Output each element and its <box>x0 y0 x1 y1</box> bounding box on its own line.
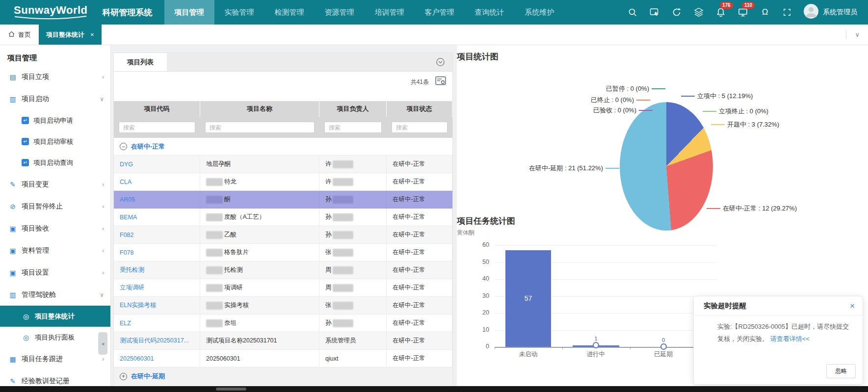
group-row-in-progress-normal[interactable]: −在研中-正常 <box>114 138 452 156</box>
nav-item-培训管理[interactable]: 培训管理 <box>365 0 415 25</box>
scrollbar-thumb[interactable] <box>216 388 246 391</box>
record-count: 共41条 <box>411 78 429 86</box>
table-row[interactable]: AR05酮孙在研中-正常 <box>114 191 452 209</box>
table-row[interactable]: 20250603012025060301qiuxt在研中-正常 <box>114 350 452 367</box>
close-icon[interactable]: × <box>850 302 855 310</box>
column-header-name[interactable]: 项目名称 <box>200 101 319 117</box>
search-input-code[interactable] <box>119 122 195 133</box>
project-code-link[interactable]: CLA <box>120 179 132 185</box>
table-row[interactable]: F078格鲁肽片张在研中-正常 <box>114 244 452 261</box>
view-details-link[interactable]: 请查看详情<< <box>770 335 810 342</box>
x-axis-label[interactable]: 已延期 <box>639 350 688 359</box>
column-header-code[interactable]: 项目代码 <box>114 101 200 117</box>
column-header-owner[interactable]: 项目负责人 <box>319 101 387 117</box>
fullscreen-icon[interactable] <box>782 7 792 18</box>
search-input-name[interactable] <box>205 122 315 133</box>
refresh-icon[interactable] <box>671 7 682 18</box>
search-input-owner[interactable] <box>324 122 382 133</box>
status-label: 在研中-正常 <box>393 213 425 221</box>
column-header-status[interactable]: 项目状态 <box>387 101 452 117</box>
project-code-link[interactable]: 2025060301 <box>120 355 154 362</box>
sidebar-item-项目启动申请[interactable]: ↵项目启动申请 <box>0 110 110 131</box>
table-row[interactable]: BEMA度酸（A工艺）孙在研中-正常 <box>114 209 452 226</box>
sidebar-collapse-handle[interactable]: ◂ <box>98 332 107 355</box>
project-code-link[interactable]: 立项调研 <box>120 284 144 292</box>
project-code-link[interactable]: ELN实操考核 <box>120 301 156 310</box>
redacted-text <box>206 302 223 310</box>
omega-icon[interactable]: Ω <box>760 7 770 18</box>
project-code-link[interactable]: ELZ <box>120 320 131 327</box>
monitor-icon[interactable]: 110 <box>737 7 748 18</box>
project-code-link[interactable]: 受托检测 <box>120 266 144 274</box>
sidebar-item-项目执行面板[interactable]: ◎项目执行面板 <box>0 327 110 348</box>
sidebar-item-项目暂停终止[interactable]: ⊘项目暂停终止› <box>0 195 110 217</box>
nav-item-客户管理[interactable]: 客户管理 <box>415 0 465 25</box>
y-axis-label: 30 <box>470 292 489 299</box>
project-code-link[interactable]: BEMA <box>120 214 137 221</box>
nav-item-实验管理[interactable]: 实验管理 <box>214 0 264 25</box>
sidebar-item-资料管理[interactable]: ▣资料管理› <box>0 239 110 261</box>
table-row[interactable]: 立项调研项调研周在研中-正常 <box>114 279 452 297</box>
project-initiation-icon: ▤ <box>8 73 17 81</box>
panel-toolbar: 共41条 <box>114 72 452 101</box>
sidebar-item-项目启动查询[interactable]: ↵项目启动查询 <box>0 152 110 173</box>
panel-tab-project-list[interactable]: 项目列表 <box>114 53 167 71</box>
ignore-button[interactable]: 忽略 <box>826 364 856 378</box>
nav-item-资源管理[interactable]: 资源管理 <box>315 0 365 25</box>
sidebar-item-项目设置[interactable]: ▣项目设置› <box>0 261 110 284</box>
project-name-cell: 奈坦 <box>200 314 319 332</box>
pie-chart-title: 项目统计图 <box>457 51 499 62</box>
table-row[interactable]: DYG地屈孕酮许在研中-正常 <box>114 156 452 173</box>
tab-project-overall-statistics[interactable]: 项目整体统计 × <box>39 25 102 45</box>
tab-more: ∨ <box>846 25 868 45</box>
redacted-text <box>333 284 353 292</box>
group-row-in-progress-delayed[interactable]: +在研中-延期 <box>114 367 452 386</box>
table-row[interactable]: 测试项目代码20250317...测试项目名称2025031701系统管理员在研… <box>114 332 452 350</box>
search-icon[interactable] <box>627 7 638 18</box>
sidebar-item-项目启动审核[interactable]: ↵项目启动审核 <box>0 131 110 152</box>
panel-collapse-icon[interactable] <box>436 57 445 69</box>
brand-logo[interactable]: SunwayWorld <box>14 5 88 20</box>
nav-item-项目管理[interactable]: 项目管理 <box>164 0 214 25</box>
nav-item-检测管理[interactable]: 检测管理 <box>264 0 315 25</box>
x-axis-label[interactable]: 未启动 <box>504 350 553 359</box>
project-status-cell: 在研中-正常 <box>387 314 452 332</box>
pie-label-text: 立项中 : 5 (12.19%) <box>697 92 753 101</box>
sidebar-item-项目立项[interactable]: ▤项目立项› <box>0 66 110 88</box>
close-icon[interactable]: × <box>90 31 94 38</box>
sidebar-item-项目启动[interactable]: ▥项目启动∨ <box>0 88 110 110</box>
window-cursor-icon[interactable] <box>649 7 660 18</box>
sidebar-item-项目验收[interactable]: ▣项目验收› <box>0 217 110 239</box>
project-code-link[interactable]: DYG <box>120 161 133 168</box>
project-code-link[interactable]: AR05 <box>120 196 135 203</box>
nav-item-查询统计[interactable]: 查询统计 <box>465 0 515 25</box>
layers-icon[interactable] <box>693 7 704 18</box>
table-row[interactable]: ELN实操考核实操考核张在研中-正常 <box>114 297 452 314</box>
nav-item-系统维护[interactable]: 系统维护 <box>515 0 565 25</box>
user-menu[interactable]: 系统管理员 <box>804 4 857 21</box>
table-row[interactable]: ELZ奈坦孙在研中-正常 <box>114 314 452 332</box>
chevron-down-icon[interactable]: ∨ <box>846 31 868 38</box>
project-code-link[interactable]: 测试项目代码20250317... <box>120 337 189 345</box>
bell-icon[interactable]: 176 <box>715 7 726 18</box>
project-code-link[interactable]: F082 <box>120 232 134 238</box>
sidebar-item-项目整体统计[interactable]: ◎项目整体统计 <box>0 306 110 327</box>
sidebar-item-项目任务跟进[interactable]: ▦项目任务跟进› <box>0 348 110 370</box>
sidebar-item-项目变更[interactable]: ✎项目变更› <box>0 173 110 195</box>
project-status-cell: 在研中-正常 <box>387 209 452 226</box>
table-row[interactable]: F082乙酸孙在研中-正常 <box>114 226 452 244</box>
chevron-right-icon: › <box>102 247 104 254</box>
project-owner-cell: 孙 <box>319 314 387 332</box>
project-code-link[interactable]: F078 <box>120 249 134 256</box>
chevron-down-icon: ∨ <box>100 96 104 103</box>
tab-home[interactable]: 首页 <box>0 25 39 45</box>
table-row[interactable]: 受托检测托检测周在研中-正常 <box>114 261 452 279</box>
sidebar-item-管理驾驶舱[interactable]: ▥管理驾驶舱∨ <box>0 284 110 306</box>
x-axis-label[interactable]: 进行中 <box>572 350 621 359</box>
project-owner-cell: qiuxt <box>319 350 387 367</box>
table-row[interactable]: CLA特龙许在研中-正常 <box>114 173 452 191</box>
sidebar-item-label: 经验教训登记册 <box>22 377 70 386</box>
search-input-status[interactable] <box>392 122 447 133</box>
project-owner-cell: 系统管理员 <box>319 332 387 349</box>
column-settings-icon[interactable] <box>435 76 446 87</box>
